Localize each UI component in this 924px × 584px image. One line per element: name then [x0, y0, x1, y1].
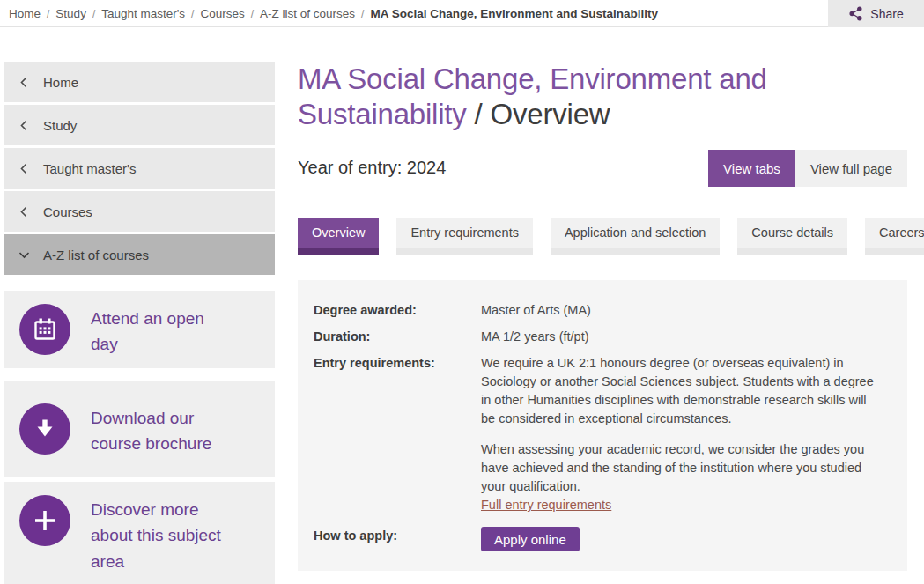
view-full-page-button[interactable]: View full page [795, 150, 907, 187]
duration-value: MA 1/2 years (ft/pt) [481, 328, 874, 346]
chevron-down-icon [18, 249, 30, 261]
entry-requirements-paragraph: When assessing your academic record, we … [481, 440, 874, 496]
chevron-left-icon [18, 77, 30, 88]
how-to-apply-label: How to apply: [314, 527, 481, 551]
sidebar-item-taught-masters[interactable]: Taught master's [4, 148, 275, 189]
course-facts-panel: Degree awarded: Master of Arts (MA) Dura… [298, 280, 907, 571]
year-of-entry-label: Year of entry: 2024 [298, 150, 446, 178]
degree-awarded-value: Master of Arts (MA) [481, 301, 874, 320]
course-tabs: Overview Entry requirements Application … [298, 218, 924, 255]
main-content: MA Social Change, Environment and Sustai… [298, 0, 907, 584]
sidebar-item-label: Home [43, 75, 78, 90]
entry-requirements-label: Entry requirements: [314, 354, 481, 514]
download-icon [19, 403, 70, 455]
tab-entry-requirements[interactable]: Entry requirements [396, 218, 533, 255]
view-mode-toggle: View tabs View full page [708, 150, 907, 187]
tab-application-and-selection[interactable]: Application and selection [551, 218, 720, 255]
discover-subject-area-link[interactable]: Discover more about this subject area [4, 482, 275, 584]
attend-open-day-link[interactable]: Attend an open day [4, 291, 275, 368]
chevron-left-icon [18, 120, 30, 131]
entry-requirements-row: Entry requirements: We require a UK 2:1 … [314, 354, 891, 514]
plus-icon [19, 495, 70, 546]
sidebar-item-label: Courses [43, 204, 92, 219]
tab-careers[interactable]: Careers [865, 218, 924, 255]
download-brochure-link[interactable]: Download our course brochure [4, 381, 275, 477]
chevron-left-icon [18, 206, 30, 218]
view-tabs-button[interactable]: View tabs [708, 150, 795, 187]
chevron-left-icon [18, 163, 30, 174]
breadcrumb-separator: / [251, 8, 254, 20]
page-title-separator: / [467, 98, 491, 130]
sidebar-item-label: A-Z list of courses [43, 248, 149, 262]
page-title-section: Overview [491, 98, 610, 130]
sidebar-item-label: Taught master's [43, 161, 136, 176]
tab-overview[interactable]: Overview [298, 218, 379, 255]
sidebar-item-az-list-of-courses[interactable]: A-Z list of courses [4, 234, 275, 275]
tab-course-details[interactable]: Course details [737, 218, 847, 255]
apply-online-button[interactable]: Apply online [481, 527, 580, 551]
breadcrumb-separator: / [47, 8, 49, 20]
breadcrumb-separator: / [92, 8, 95, 20]
how-to-apply-value: Apply online [481, 527, 874, 551]
sidebar-item-courses[interactable]: Courses [4, 191, 275, 232]
sidebar-item-study[interactable]: Study [4, 105, 275, 145]
breadcrumb-link-taught-masters[interactable]: Taught master's [101, 7, 185, 20]
sidebar-item-home[interactable]: Home [4, 62, 275, 102]
breadcrumb-link-home[interactable]: Home [9, 7, 41, 20]
sidebar-spacer [4, 277, 275, 291]
degree-awarded-row: Degree awarded: Master of Arts (MA) [314, 301, 891, 320]
promo-label: Discover more about this subject area [91, 495, 233, 574]
entry-requirements-value: We require a UK 2:1 honours degree (or o… [481, 354, 874, 514]
full-entry-requirements-link[interactable]: Full entry requirements [481, 496, 611, 514]
duration-row: Duration: MA 1/2 years (ft/pt) [314, 328, 891, 346]
sidebar-item-label: Study [43, 118, 77, 133]
degree-awarded-label: Degree awarded: [314, 301, 481, 320]
promo-label: Attend an open day [91, 304, 233, 358]
sidebar: Home Study Taught master's Courses A-Z l… [4, 62, 275, 584]
how-to-apply-row: How to apply: Apply online [314, 527, 891, 551]
breadcrumb-separator: / [191, 8, 194, 20]
entry-requirements-paragraph: We require a UK 2:1 honours degree (or o… [481, 354, 874, 428]
page-title: MA Social Change, Environment and Sustai… [298, 62, 879, 132]
calendar-icon [19, 304, 70, 355]
breadcrumb-link-study[interactable]: Study [55, 7, 86, 20]
promo-label: Download our course brochure [91, 403, 233, 457]
duration-label: Duration: [314, 328, 481, 346]
breadcrumb-link-courses[interactable]: Courses [200, 7, 244, 20]
year-of-entry-row: Year of entry: 2024 View tabs View full … [298, 150, 907, 187]
